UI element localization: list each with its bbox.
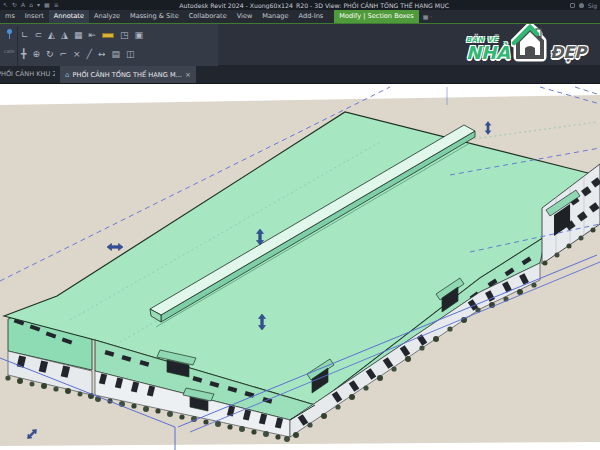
view-tab-bar: PHỐI CẢNH KHU 2 TẦNG ⌂ PHỐI CẢNH TỔNG TH… bbox=[0, 66, 600, 84]
ribbon-tab-analyze[interactable]: Analyze bbox=[89, 10, 125, 23]
align-icon[interactable]: ∟ bbox=[21, 26, 29, 44]
ribbon-tab-collaborate[interactable]: Collaborate bbox=[184, 10, 232, 23]
drawing-area[interactable] bbox=[0, 84, 600, 450]
ribbon-overflow-icon[interactable]: ▦ · bbox=[419, 10, 436, 23]
title-bar: ↖ ↻ A ⌂ ▾ ▦ ≡ Autodesk Revit 2024 - Xuon… bbox=[0, 0, 600, 10]
ribbon-tab-bar: ms Insert Annotate Analyze Massing & Sit… bbox=[0, 10, 600, 24]
logo-text-nha: NHÀ bbox=[466, 44, 510, 62]
dropdown-icon[interactable]: ▾ bbox=[37, 0, 40, 10]
offset-icon[interactable]: ↔ bbox=[98, 45, 106, 63]
array-icon[interactable]: ▦ bbox=[74, 26, 83, 44]
home-icon[interactable]: ⌂ bbox=[29, 0, 33, 10]
move-icon[interactable]: ╋ bbox=[21, 45, 26, 63]
modify-tools-panel: cate ∟ ⊂ ◭ ◮ ▦ ⇤ ◳ ▣ ╋ ⊕ ↻ ⌐ × ╱ ↔ bbox=[0, 24, 218, 66]
match-icon[interactable]: ⊕ bbox=[32, 45, 40, 63]
rotate-icon[interactable]: ↻ bbox=[46, 45, 54, 63]
trim-icon[interactable]: ⌐ bbox=[60, 45, 68, 63]
ribbon-tab-view[interactable]: View bbox=[232, 10, 258, 23]
cope-icon[interactable]: ⊂ bbox=[35, 26, 43, 44]
grid-icon[interactable]: ▦ bbox=[44, 0, 50, 10]
close-tab-icon[interactable]: × bbox=[185, 71, 191, 79]
view-home-icon: ⌂ bbox=[65, 71, 69, 79]
ribbon-tab-manage[interactable]: Manage bbox=[257, 10, 293, 23]
ribbon-tab-systems[interactable]: ms bbox=[0, 10, 20, 23]
view-tab-phoi-canh-tong-the[interactable]: ⌂ PHỐI CẢNH TỔNG THỂ HẠNG M... × bbox=[60, 66, 196, 83]
ribbon-tab-insert[interactable]: Insert bbox=[20, 10, 49, 23]
3d-viewport[interactable] bbox=[0, 84, 600, 450]
signin-label[interactable]: Sig bbox=[588, 2, 597, 9]
panel-caption: cate bbox=[4, 48, 15, 54]
window-title: Autodesk Revit 2024 - Xuong60x124_R20 - … bbox=[59, 2, 570, 9]
watermark-logo: BẢN VẼ NHÀ ĐẸP bbox=[466, 24, 586, 62]
mirror-pick-icon[interactable]: ◮ bbox=[61, 26, 68, 44]
sync-icon[interactable]: ↻ bbox=[12, 0, 17, 10]
text-icon[interactable]: A bbox=[21, 0, 25, 10]
ribbon-tab-addins[interactable]: Add-Ins bbox=[294, 10, 329, 23]
crop-box-icon[interactable]: ◳ bbox=[120, 26, 129, 44]
copy-icon[interactable]: ◫ bbox=[126, 45, 135, 63]
view-tab-label: PHỐI CẢNH TỔNG THỂ HẠNG M... bbox=[72, 71, 181, 79]
ribbon-tab-annotate[interactable]: Annotate bbox=[49, 10, 89, 23]
properties-icon[interactable]: ▤ bbox=[112, 45, 121, 63]
account-icon[interactable] bbox=[579, 3, 584, 8]
mirror-axis-icon[interactable]: ◭ bbox=[48, 26, 55, 44]
view-tab-phoi-canh-khu-2-tang[interactable]: PHỐI CẢNH KHU 2 TẦNG bbox=[0, 66, 55, 83]
logo-house-icon bbox=[511, 24, 549, 62]
workspace-icon[interactable] bbox=[570, 3, 575, 8]
delete-icon[interactable]: × bbox=[73, 45, 81, 63]
ribbon-panel: cate ∟ ⊂ ◭ ◮ ▦ ⇤ ◳ ▣ ╋ ⊕ ↻ ⌐ × ╱ ↔ bbox=[0, 24, 600, 66]
ribbon-tab-massing-site[interactable]: Massing & Site bbox=[125, 10, 184, 23]
ribbon-tab-modify-section-boxes[interactable]: Modify | Section Boxes bbox=[334, 10, 418, 23]
logo-text-dep: ĐẸP bbox=[550, 43, 586, 62]
pin-icon[interactable] bbox=[7, 29, 12, 34]
quick-access-toolbar: ↖ ↻ A ⌂ ▾ ▦ ≡ bbox=[3, 0, 59, 10]
measure-ruler-icon[interactable] bbox=[102, 33, 114, 38]
split-icon[interactable]: ╱ bbox=[87, 45, 92, 63]
paste-icon[interactable]: ▣ bbox=[135, 26, 144, 44]
unpin-icon[interactable]: ⇤ bbox=[88, 26, 96, 44]
select-icon[interactable]: ↖ bbox=[3, 0, 8, 10]
